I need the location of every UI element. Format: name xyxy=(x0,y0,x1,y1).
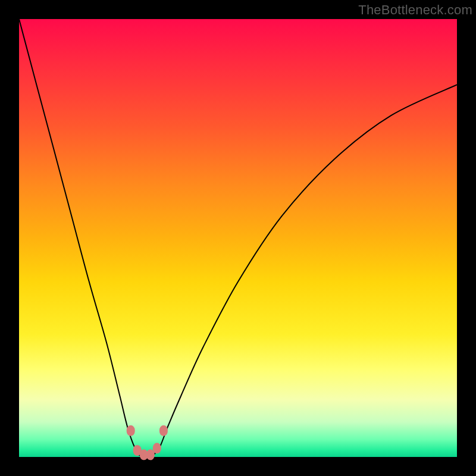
bottleneck-curve xyxy=(19,19,457,458)
curve-marker xyxy=(159,425,168,436)
curve-marker xyxy=(127,425,135,436)
watermark-label: TheBottleneck.com xyxy=(358,2,472,18)
curve-marker xyxy=(153,443,161,453)
chart-frame xyxy=(19,19,457,457)
curve-layer xyxy=(19,19,457,457)
